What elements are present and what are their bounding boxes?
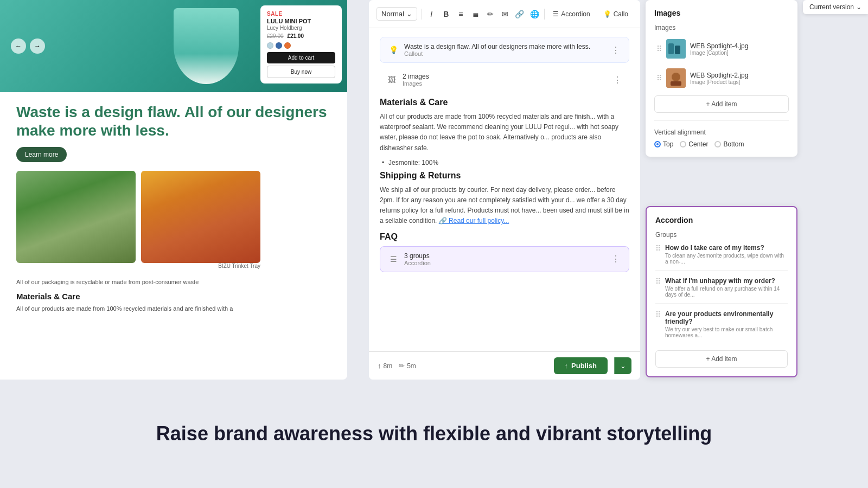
time-edit-stat: ✏ 5m [399,362,416,370]
callout-text: Waste is a design flaw. All of our desig… [404,43,605,50]
read-full-policy-link[interactable]: 🔗 Read our full policy... [439,217,509,224]
accordion-group-2-content: What if I'm unhappy with my order? We of… [665,277,788,298]
add-accordion-item-btn[interactable]: + Add item [655,350,788,368]
color-swatch-1[interactable] [267,42,273,49]
callout-menu[interactable]: ⋮ [609,44,622,56]
drag-handle-acc-1[interactable]: ⠿ [655,244,661,253]
price-old: £29.00 [267,33,284,39]
bold-btn[interactable]: B [441,7,451,22]
materials-title: Materials & Care [16,292,331,301]
pencil-icon: ✏ [399,362,405,370]
accordion-section-btn[interactable]: ☰ Accordion [548,8,594,20]
bullet-list-btn[interactable]: ≡ [456,7,466,22]
italic-btn[interactable]: I [426,7,437,22]
accordion-panel-title: Accordion [655,216,788,224]
drag-handle-2[interactable]: ⠿ [656,74,662,82]
color-swatch-3[interactable] [284,42,291,49]
align-center-option[interactable]: Center [680,140,708,148]
faq-section-title: FAQ [380,232,629,242]
bullet-1: Jesmonite: 100% [380,159,629,166]
publish-btn[interactable]: ↑ Publish [554,357,608,374]
accordion-group-3[interactable]: ⠿ Are your products environmentally frie… [655,310,788,344]
accordion-content: 3 groups Accordion [404,252,605,266]
color-swatch-2[interactable] [276,42,282,49]
images-block: 🖼 2 images Images ⋮ [380,68,629,91]
accordion-count: 3 groups [404,252,605,260]
image-thumb-1 [666,39,686,59]
numbered-list-btn[interactable]: ≣ [470,7,481,22]
packaging-caption: All of our packaging is recyclable or ma… [16,279,331,285]
callout-icon: 💡 [387,43,400,56]
editor-footer: ↑ 8m ✏ 5m ↑ Publish ⌄ [369,351,640,380]
product-name: LULU MINI POT [267,18,335,24]
version-label: Current version [809,3,854,11]
accordion-groups-label: Groups [655,231,788,239]
drag-handle-acc-3[interactable]: ⠿ [655,310,661,319]
accordion-group-1-desc: To clean any Jesmonite products, wipe do… [665,253,788,265]
accordion-group-3-title: Are your products environmentally friend… [665,310,788,325]
product-price: £29.00 £21.00 [267,33,335,39]
accordion-block: ☰ 3 groups Accordion ⋮ [380,246,629,272]
svg-point-4 [672,73,680,81]
next-btn[interactable]: → [30,38,45,54]
editor-toolbar: Normal ⌄ I B ≡ ≣ ✏ ✉ 🔗 🌐 ☰ Accordion 💡 C… [369,0,640,28]
image-type-1: Image [Caption] [690,50,787,56]
shipping-section-title: Shipping & Returns [380,171,629,181]
shipping-section-text: We ship all of our products by courier. … [380,185,629,227]
mail-btn[interactable]: ✉ [500,7,510,22]
accordion-group-2[interactable]: ⠿ What if I'm unhappy with my order? We … [655,277,788,304]
accordion-group-3-desc: We try our very best to make our small b… [665,326,788,338]
images-menu[interactable]: ⋮ [611,74,624,86]
drag-handle-acc-2[interactable]: ⠿ [655,277,661,286]
globe-btn[interactable]: 🌐 [529,7,539,22]
preview-images: BIZU Trinket Tray [16,171,331,273]
align-top-radio[interactable] [654,141,661,147]
image-item-2[interactable]: ⠿ WEB Spotlight-2.jpg Image [Product tag… [654,66,789,90]
publish-dropdown-btn[interactable]: ⌄ [614,357,631,374]
align-top-option[interactable]: Top [654,140,673,148]
callout-section-btn[interactable]: 💡 Callo [599,8,633,20]
images-icon: 🖼 [385,73,398,86]
align-bottom-radio[interactable] [714,141,721,147]
draw-btn[interactable]: ✏ [485,7,495,22]
image-type-2: Image [Product tags] [690,79,787,85]
product-card: SALE LULU MINI POT Lucy Holdberg £29.00 … [260,5,342,84]
images-panel-title: Images [654,9,789,17]
up-arrow-icon: ↑ [378,362,381,370]
images-panel-subtitle: Images [654,24,789,31]
accordion-menu[interactable]: ⋮ [609,253,622,265]
images-right-panel: Images Images ⠿ WEB Spotlight-4.jpg Imag… [646,0,797,157]
product-artist: Lucy Holdberg [267,25,335,31]
svg-rect-2 [675,46,680,54]
learn-more-btn[interactable]: Learn more [16,147,67,162]
bottom-section: Raise brand awareness with flexible and … [0,380,868,488]
time-up-value: 8m [384,362,393,370]
vertical-alignment-label: Vertical alignment [654,129,789,136]
preview-image-1 [16,171,136,263]
preview-content: Waste is a design flaw. All of our desig… [0,92,347,324]
prev-btn[interactable]: ← [11,38,26,54]
add-image-item-btn[interactable]: + Add item [654,95,789,113]
product-image [174,8,239,84]
drag-handle-1[interactable]: ⠿ [656,44,662,53]
product-header: ← → SALE LULU MINI POT Lucy Holdberg £29… [0,0,347,92]
time-edit-value: 5m [407,362,416,370]
align-options: Top Center Bottom [654,140,789,148]
svg-rect-5 [671,81,681,86]
image-item-1[interactable]: ⠿ WEB Spotlight-4.jpg Image [Caption] [654,37,789,61]
buy-now-btn[interactable]: Buy now [267,66,335,78]
callout-block: 💡 Waste is a design flaw. All of our des… [380,37,629,63]
accordion-group-1[interactable]: ⠿ How do I take care of my items? To cle… [655,244,788,271]
align-bottom-option[interactable]: Bottom [714,140,744,148]
link-btn[interactable]: 🔗 [514,7,525,22]
format-select[interactable]: Normal ⌄ [376,7,417,21]
toolbar-divider-2 [544,9,545,20]
image-name-2: WEB Spotlight-2.jpg [690,72,787,79]
sale-badge: SALE [267,11,335,17]
version-badge[interactable]: Current version ⌄ [803,0,868,14]
align-center-radio[interactable] [680,141,686,147]
add-to-cart-btn[interactable]: Add to cart [267,52,335,63]
images-content: 2 images Images [403,73,607,87]
image-info-1: WEB Spotlight-4.jpg Image [Caption] [690,42,787,56]
callout-content: Waste is a design flaw. All of our desig… [404,43,605,57]
